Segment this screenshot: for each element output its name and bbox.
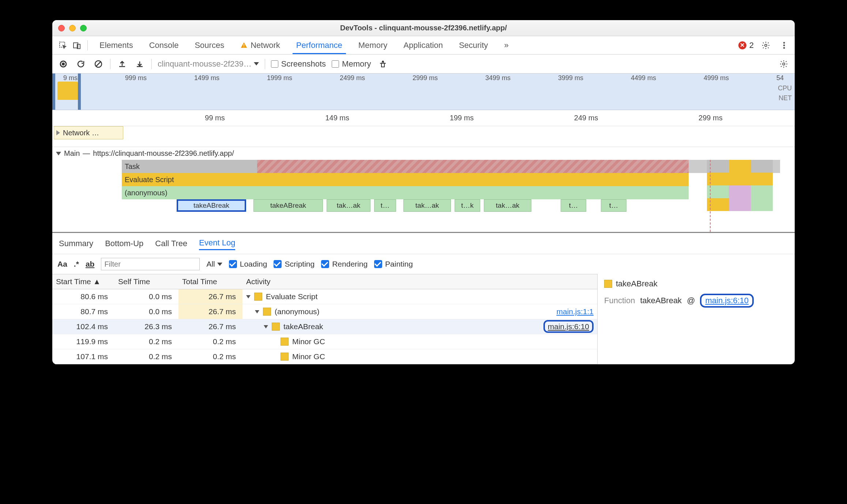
filter-loading[interactable]: Loading <box>229 260 267 268</box>
profile-select[interactable]: clinquant-mousse-2f239… <box>158 59 259 69</box>
flame-call[interactable]: t…k <box>455 199 480 212</box>
category-square-icon <box>272 323 280 331</box>
col-total[interactable]: Total Time <box>178 274 242 289</box>
settings-gear-icon[interactable] <box>760 39 772 52</box>
event-log-table-wrap: Start Time ▲ Self Time Total Time Activi… <box>52 274 597 364</box>
detail-ruler[interactable]: 99 ms149 ms 199 ms249 ms 299 ms <box>52 110 795 126</box>
tab-application[interactable]: Application <box>396 36 450 54</box>
details-tabs: Summary Bottom-Up Call Tree Event Log <box>52 233 795 254</box>
error-count-chip[interactable]: ✕ 2 <box>738 41 754 50</box>
filter-input[interactable] <box>101 258 200 270</box>
detail-title: takeABreak <box>604 279 788 289</box>
detail-function-label: Function <box>604 296 635 305</box>
detail-function-name: takeABreak <box>640 296 682 305</box>
filter-all-select[interactable]: All <box>206 260 222 268</box>
table-row[interactable]: 107.1 ms0.2 ms0.2 msMinor GC <box>52 349 597 364</box>
filter-painting[interactable]: Painting <box>374 260 413 268</box>
flame-call[interactable]: t… <box>601 199 626 212</box>
event-details-pane: takeABreak Function takeABreak @ main.js… <box>597 274 795 364</box>
tab-memory[interactable]: Memory <box>351 36 395 54</box>
chevron-down-icon <box>217 263 222 266</box>
tab-sources[interactable]: Sources <box>187 36 231 54</box>
record-icon[interactable] <box>57 58 69 70</box>
panel-tabstrip: Elements Console Sources Network Perform… <box>52 36 795 54</box>
svg-point-5 <box>765 44 767 46</box>
error-icon: ✕ <box>738 41 746 49</box>
col-start[interactable]: Start Time ▲ <box>52 274 114 289</box>
chevron-down-icon <box>254 62 259 65</box>
svg-rect-4 <box>244 46 244 47</box>
tab-summary[interactable]: Summary <box>59 237 93 250</box>
perf-settings-gear-icon[interactable] <box>778 58 790 70</box>
tab-performance[interactable]: Performance <box>289 36 350 54</box>
expand-icon <box>56 130 60 135</box>
col-activity[interactable]: Activity <box>242 274 597 289</box>
filter-scripting[interactable]: Scripting <box>274 260 315 268</box>
network-lane[interactable]: Network … <box>54 126 123 139</box>
overview-ticks: 9 ms 999 ms1499 ms 1999 ms2499 ms 2999 m… <box>52 74 795 82</box>
separator <box>87 40 88 50</box>
tab-security[interactable]: Security <box>452 36 495 54</box>
gc-icon[interactable] <box>377 58 389 70</box>
activity-name: (anonymous) <box>275 307 320 316</box>
clear-icon[interactable] <box>93 58 104 70</box>
flame-calls-row: takeABreak takeABreak tak…ak t… tak…ak t… <box>122 199 780 212</box>
tab-network[interactable]: Network <box>233 36 287 54</box>
svg-point-10 <box>62 63 65 65</box>
disclosure-icon[interactable] <box>246 295 251 298</box>
source-link[interactable]: main.js:1:1 <box>556 307 594 316</box>
main-track-header[interactable]: Main — https://clinquant-mousse-2f2396.n… <box>52 147 795 160</box>
screenshots-checkbox[interactable]: Screenshots <box>271 59 326 69</box>
case-sensitive-toggle[interactable]: Aa <box>57 260 67 268</box>
col-self[interactable]: Self Time <box>114 274 178 289</box>
regex-toggle[interactable]: .* <box>74 260 79 268</box>
svg-point-7 <box>783 45 785 46</box>
reload-icon[interactable] <box>75 58 87 70</box>
device-toolbar-icon[interactable] <box>71 39 83 52</box>
tab-more[interactable]: » <box>497 36 516 54</box>
download-icon[interactable] <box>134 58 146 70</box>
detail-source-link[interactable]: main.js:6:10 <box>700 294 754 308</box>
upload-icon[interactable] <box>116 58 128 70</box>
flame-call[interactable]: t… <box>374 199 396 212</box>
disclosure-icon[interactable] <box>255 310 259 313</box>
filter-rendering[interactable]: Rendering <box>321 260 368 268</box>
memory-checkbox[interactable]: Memory <box>332 59 371 69</box>
tab-call-tree[interactable]: Call Tree <box>155 237 187 250</box>
warning-icon <box>240 42 248 49</box>
svg-point-6 <box>783 42 785 44</box>
category-square-icon <box>254 293 262 301</box>
flame-chart[interactable]: Task Evaluate Script (anonymous) takeABr… <box>52 160 795 233</box>
table-row[interactable]: 80.6 ms0.0 ms26.7 msEvaluate Script <box>52 289 597 304</box>
table-row[interactable]: 119.9 ms0.2 ms0.2 msMinor GC <box>52 334 597 349</box>
flame-call[interactable]: t… <box>561 199 586 212</box>
svg-rect-13 <box>381 63 384 67</box>
table-row[interactable]: 102.4 ms26.3 ms26.7 mstakeABreakmain.js:… <box>52 319 597 334</box>
flame-call-selected[interactable]: takeABreak <box>177 199 246 212</box>
cursor-line <box>710 160 711 232</box>
tab-console[interactable]: Console <box>142 36 186 54</box>
svg-point-14 <box>783 63 785 65</box>
svg-rect-3 <box>244 44 244 46</box>
disclosure-icon[interactable] <box>264 325 268 328</box>
kebab-menu-icon[interactable] <box>778 39 790 52</box>
disclosure-icon <box>56 152 61 155</box>
flame-call[interactable]: takeABreak <box>253 199 323 212</box>
activity-name: Minor GC <box>292 337 325 346</box>
window-title: DevTools - clinquant-mousse-2f2396.netli… <box>52 24 795 32</box>
event-filter-bar: Aa .* ab All Loading Scripting Rendering… <box>52 254 795 274</box>
whole-word-toggle[interactable]: ab <box>86 260 95 268</box>
tab-elements[interactable]: Elements <box>92 36 140 54</box>
tab-bottom-up[interactable]: Bottom-Up <box>105 237 143 250</box>
category-square-icon <box>281 353 289 361</box>
inspect-icon[interactable] <box>57 39 69 52</box>
category-square-icon <box>281 338 289 346</box>
overview-timeline[interactable]: 9 ms 999 ms1499 ms 1999 ms2499 ms 2999 m… <box>52 74 795 110</box>
table-row[interactable]: 80.7 ms0.0 ms26.7 ms(anonymous)main.js:1… <box>52 304 597 319</box>
flame-call[interactable]: tak…ak <box>484 199 531 212</box>
flame-call[interactable]: tak…ak <box>403 199 451 212</box>
tab-event-log[interactable]: Event Log <box>199 237 235 250</box>
source-link[interactable]: main.js:6:10 <box>543 320 594 333</box>
svg-line-12 <box>96 61 101 67</box>
flame-call[interactable]: tak…ak <box>327 199 370 212</box>
